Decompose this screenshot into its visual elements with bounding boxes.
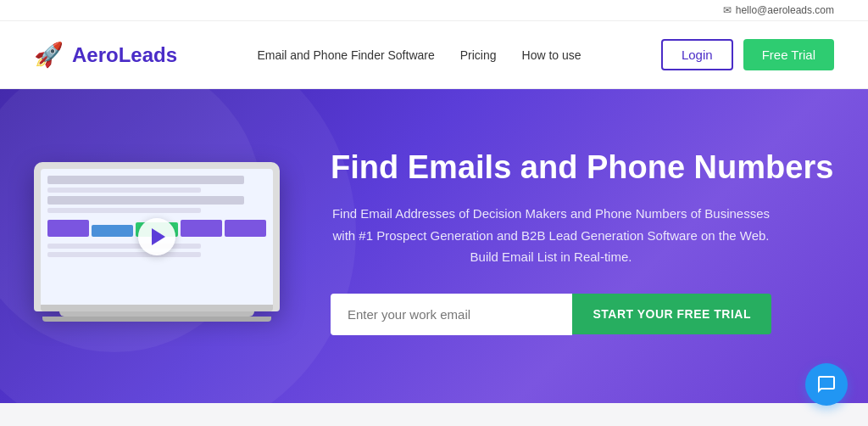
top-contact-bar: ✉ hello@aeroleads.com bbox=[0, 0, 868, 21]
play-button[interactable] bbox=[138, 218, 175, 255]
login-button[interactable]: Login bbox=[661, 39, 733, 70]
nav-item-finder[interactable]: Email and Phone Finder Software bbox=[257, 48, 434, 62]
hero-content: Find Emails and Phone Numbers Find Email… bbox=[280, 149, 834, 334]
hero-section: Find Emails and Phone Numbers Find Email… bbox=[0, 89, 868, 403]
contact-email: ✉ hello@aeroleads.com bbox=[723, 4, 834, 16]
chat-button[interactable] bbox=[805, 363, 848, 406]
hero-description: Find Email Addresses of Decision Makers … bbox=[331, 203, 771, 268]
laptop-illustration bbox=[34, 162, 280, 322]
main-nav: Email and Phone Finder Software Pricing … bbox=[257, 48, 581, 63]
free-trial-button[interactable]: Free Trial bbox=[743, 39, 834, 70]
hero-title: Find Emails and Phone Numbers bbox=[331, 149, 834, 188]
header: 🚀 AeroLeads Email and Phone Finder Softw… bbox=[0, 21, 868, 89]
start-trial-button[interactable]: START YOUR FREE TRIAL bbox=[572, 294, 771, 334]
nav-item-how-to-use[interactable]: How to use bbox=[522, 48, 581, 62]
bottom-section: Find Emails, Phone Numbers and B2B Data … bbox=[0, 403, 868, 426]
nav-item-pricing[interactable]: Pricing bbox=[460, 48, 497, 62]
hero-cta-form: START YOUR FREE TRIAL bbox=[331, 294, 771, 335]
email-icon-small: ✉ bbox=[723, 4, 732, 16]
chat-icon bbox=[816, 374, 837, 395]
logo-icon: 🚀 bbox=[34, 41, 64, 69]
logo-text: AeroLeads bbox=[72, 43, 177, 67]
logo[interactable]: 🚀 AeroLeads bbox=[34, 41, 177, 69]
email-input[interactable] bbox=[331, 294, 572, 335]
header-actions: Login Free Trial bbox=[661, 39, 834, 70]
